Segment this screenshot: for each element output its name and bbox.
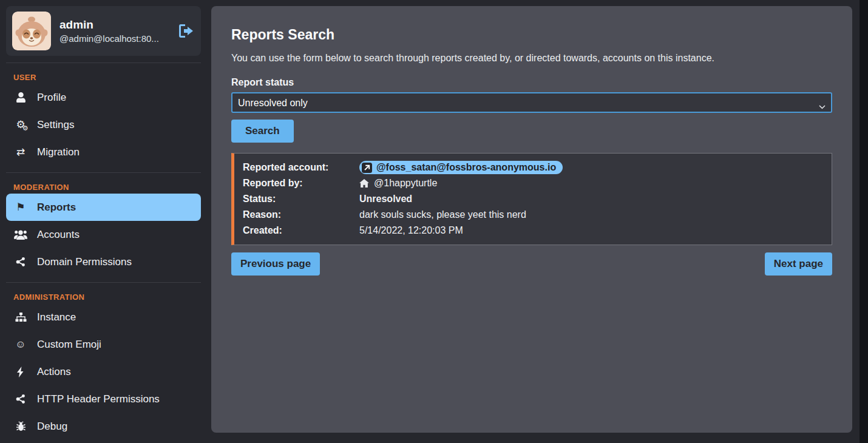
report-status-select[interactable]: Unresolved only	[231, 92, 832, 113]
pagination: Previous page Next page	[231, 252, 832, 276]
report-status-value: Unresolved	[359, 191, 823, 207]
sidebar-item-label: Actions	[37, 366, 71, 378]
next-page-button[interactable]: Next page	[765, 252, 832, 276]
report-card[interactable]: Reported account: @foss_satan@fossbros-a…	[231, 153, 832, 245]
divider	[6, 63, 201, 63]
report-reason-value: dark souls sucks, please yeet this nerd	[359, 207, 823, 223]
sidebar-item-accounts[interactable]: Accounts	[6, 221, 201, 248]
sidebar-item-label: Custom Emoji	[37, 339, 101, 351]
share-nodes-icon	[13, 394, 28, 404]
sidebar-item-label: HTTP Header Permissions	[37, 393, 160, 405]
sidebar-item-label: Reports	[37, 201, 76, 214]
report-field-value: @foss_satan@fossbros-anonymous.io	[359, 160, 823, 175]
gears-icon: ⚙⚙	[13, 120, 28, 130]
report-field-label: Status:	[243, 191, 359, 207]
flag-icon: ⚑	[13, 202, 28, 212]
users-icon	[13, 229, 28, 240]
reporter-handle: @1happyturtle	[374, 175, 437, 191]
sidebar-item-migration[interactable]: ⇄ Migration	[6, 138, 201, 166]
search-button[interactable]: Search	[231, 120, 294, 143]
sidebar-item-reports[interactable]: ⚑ Reports	[6, 194, 201, 221]
reports-search-panel: Reports Search You can use the form belo…	[211, 6, 852, 433]
user-info: admin @admin@localhost:80...	[59, 18, 159, 44]
user-icon	[13, 92, 28, 103]
avatar	[12, 12, 51, 50]
page-description: You can use the form below to search thr…	[231, 53, 832, 64]
report-field-value: @1happyturtle	[359, 175, 823, 191]
username: admin	[59, 18, 159, 32]
report-field-label: Created:	[243, 223, 359, 238]
bug-icon	[13, 421, 28, 431]
sidebar: admin @admin@localhost:80... USER Profil…	[6, 6, 201, 440]
bolt-icon	[13, 367, 28, 377]
report-field-label: Reported account:	[243, 160, 359, 175]
user-handle: @admin@localhost:80...	[59, 33, 159, 44]
sidebar-item-label: Instance	[37, 311, 76, 323]
section-header-moderation: MODERATION	[6, 180, 201, 194]
section-header-administration: ADMINISTRATION	[6, 289, 201, 303]
sidebar-item-instance[interactable]: Instance	[6, 303, 201, 331]
share-nodes-icon	[13, 257, 28, 267]
external-link-icon	[362, 163, 372, 173]
scrollbar[interactable]	[860, 0, 868, 443]
report-status-select-wrap: Unresolved only	[231, 92, 832, 113]
report-created-value: 5/14/2022, 12:20:03 PM	[359, 223, 823, 238]
exchange-arrows-icon: ⇄	[13, 147, 28, 157]
sidebar-item-domain-permissions[interactable]: Domain Permissions	[6, 248, 201, 276]
sidebar-item-profile[interactable]: Profile	[6, 84, 201, 111]
sign-out-icon[interactable]	[179, 24, 195, 38]
divider	[6, 172, 201, 173]
report-field-label: Reason:	[243, 207, 359, 223]
settings-app: admin @admin@localhost:80... USER Profil…	[0, 0, 868, 443]
sidebar-item-label: Debug	[37, 421, 67, 433]
sidebar-item-debug[interactable]: Debug	[6, 413, 201, 440]
sidebar-item-label: Domain Permissions	[37, 256, 132, 268]
home-icon	[359, 179, 369, 188]
reported-account-handle: @foss_satan@fossbros-anonymous.io	[376, 161, 556, 174]
smiley-icon: ☺	[13, 339, 28, 350]
sidebar-item-label: Migration	[37, 146, 80, 158]
report-status-label: Report status	[231, 77, 832, 88]
sidebar-item-actions[interactable]: Actions	[6, 358, 201, 385]
sidebar-item-label: Accounts	[37, 229, 80, 241]
previous-page-button[interactable]: Previous page	[231, 252, 320, 276]
page-title: Reports Search	[231, 27, 832, 43]
user-card[interactable]: admin @admin@localhost:80...	[6, 6, 201, 56]
reported-account-badge[interactable]: @foss_satan@fossbros-anonymous.io	[359, 161, 563, 174]
sitemap-icon	[13, 313, 28, 322]
divider	[6, 282, 201, 283]
sidebar-item-settings[interactable]: ⚙⚙ Settings	[6, 111, 201, 138]
section-header-user: USER	[6, 70, 201, 84]
sidebar-item-custom-emoji[interactable]: ☺ Custom Emoji	[6, 331, 201, 358]
sidebar-item-label: Profile	[37, 92, 66, 104]
sidebar-item-http-header-permissions[interactable]: HTTP Header Permissions	[6, 385, 201, 413]
report-field-label: Reported by:	[243, 175, 359, 191]
sidebar-item-label: Settings	[37, 119, 74, 131]
